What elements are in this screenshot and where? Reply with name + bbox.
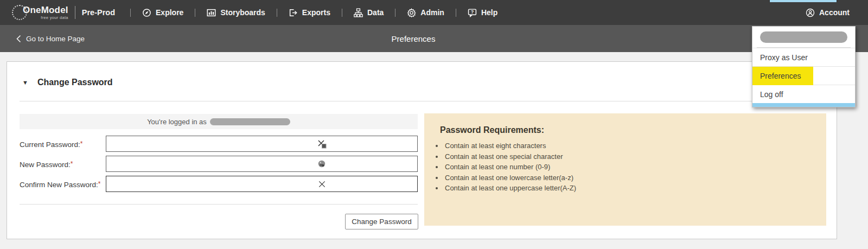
requirement-item: Contain at least eight characters bbox=[444, 141, 576, 151]
onemodel-swirl-icon bbox=[12, 5, 27, 20]
password-requirements-panel: Password Requirements: Contain at least … bbox=[424, 113, 826, 226]
required-asterisk: * bbox=[80, 140, 83, 148]
new-password-label: New Password:* bbox=[20, 156, 73, 173]
requirement-item: Contain at least one special character bbox=[444, 151, 576, 162]
storyboards-icon bbox=[207, 8, 216, 17]
account-person-icon bbox=[806, 8, 815, 17]
nav-label: Help bbox=[481, 8, 497, 17]
current-password-label: Current Password:* bbox=[20, 136, 82, 153]
redacted-account-name bbox=[760, 31, 847, 43]
brand-name: OneModel bbox=[23, 5, 68, 15]
help-bubble-icon: ? bbox=[468, 8, 477, 17]
menu-item-log-off[interactable]: Log off bbox=[752, 85, 855, 103]
menu-item-proxy-as-user[interactable]: Proxy as User bbox=[752, 48, 855, 66]
new-password-row: New Password:* bbox=[20, 156, 418, 172]
page-header-bar: Go to Home Page Preferences bbox=[0, 25, 868, 52]
confirm-password-input[interactable] bbox=[106, 176, 418, 192]
current-password-input[interactable] bbox=[106, 136, 418, 152]
page-title: Preferences bbox=[392, 34, 436, 43]
collapse-caret-icon[interactable]: ▼ bbox=[22, 80, 28, 86]
nav-label: Exports bbox=[302, 8, 330, 17]
divider bbox=[20, 204, 418, 205]
data-icon bbox=[354, 8, 363, 17]
explore-icon bbox=[142, 8, 151, 17]
redacted-username bbox=[210, 118, 290, 125]
go-home-label: Go to Home Page bbox=[26, 35, 85, 43]
nav-item-data[interactable]: Data bbox=[342, 0, 395, 25]
exports-icon bbox=[289, 8, 298, 17]
menu-item-preferences[interactable]: Preferences bbox=[752, 66, 855, 85]
nav-item-storyboards[interactable]: Storyboards bbox=[195, 0, 276, 25]
divider bbox=[75, 6, 75, 19]
current-password-row: Current Password:* bbox=[20, 136, 418, 152]
top-accent-strip bbox=[769, 0, 837, 2]
change-password-button[interactable]: Change Password bbox=[345, 214, 418, 229]
account-menu-button[interactable]: Account bbox=[806, 8, 868, 17]
account-label: Account bbox=[819, 8, 850, 17]
svg-text:?: ? bbox=[471, 9, 474, 15]
divider bbox=[20, 101, 827, 101]
nav-label: Data bbox=[367, 8, 384, 17]
nav-item-exports[interactable]: Exports bbox=[277, 0, 342, 25]
environment-badge: Pre-Prod bbox=[82, 8, 115, 17]
top-navbar: OneModel free your data Pre-Prod Explore… bbox=[0, 0, 868, 25]
change-password-panel: ▼ Change Password You're logged in as Cu… bbox=[7, 61, 837, 239]
nav-label: Admin bbox=[420, 8, 444, 17]
required-asterisk: * bbox=[98, 180, 101, 188]
clear-x-badge-icon[interactable] bbox=[317, 139, 327, 149]
confirm-password-label: Confirm New Password:* bbox=[20, 176, 100, 193]
nav-item-admin[interactable]: Admin bbox=[395, 0, 456, 25]
clear-x-icon[interactable] bbox=[317, 179, 327, 189]
logged-in-banner: You're logged in as bbox=[20, 114, 418, 129]
required-asterisk: * bbox=[71, 160, 73, 168]
brand-logo[interactable]: OneModel free your data Pre-Prod bbox=[0, 5, 115, 20]
section-title: Change Password bbox=[37, 78, 113, 87]
requirement-item: Contain at least one number (0-9) bbox=[444, 162, 576, 173]
main-nav: Explore Storyboards Exports Data bbox=[130, 0, 509, 25]
requirement-item: Contain at least one uppercase letter(A-… bbox=[444, 183, 576, 194]
dropdown-accent-bar bbox=[752, 103, 855, 107]
go-home-link[interactable]: Go to Home Page bbox=[16, 35, 85, 43]
nav-item-help[interactable]: ? Help bbox=[456, 0, 509, 25]
confirm-password-row: Confirm New Password:* bbox=[20, 176, 418, 192]
chevron-left-icon bbox=[16, 35, 21, 42]
password-extension-icon[interactable] bbox=[317, 159, 327, 169]
admin-gear-icon bbox=[407, 8, 416, 17]
account-dropdown-menu: Proxy as User Preferences Log off bbox=[752, 26, 856, 107]
nav-label: Explore bbox=[156, 8, 183, 17]
brand-tagline: free your data bbox=[23, 16, 68, 20]
nav-item-explore[interactable]: Explore bbox=[131, 0, 195, 25]
logged-in-text: You're logged in as bbox=[147, 118, 207, 126]
new-password-input[interactable] bbox=[106, 156, 418, 172]
requirement-item: Contain at least one lowercase letter(a-… bbox=[444, 173, 576, 183]
requirements-title: Password Requirements: bbox=[440, 125, 544, 135]
requirements-list: Contain at least eight characters Contai… bbox=[444, 141, 576, 194]
nav-label: Storyboards bbox=[220, 8, 265, 17]
